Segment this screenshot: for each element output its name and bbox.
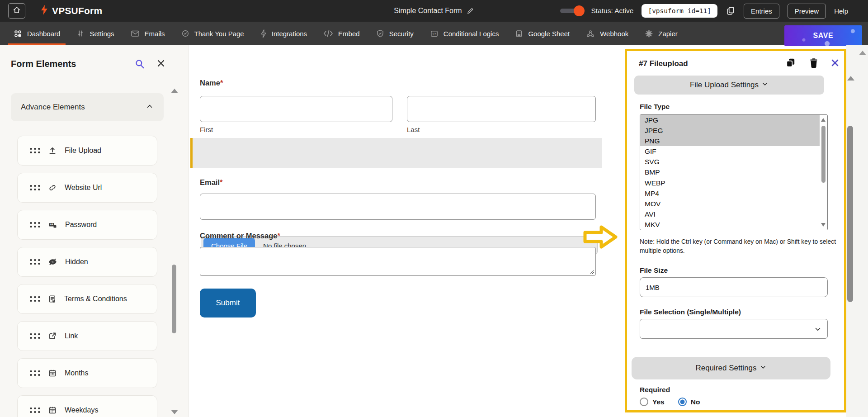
panel-title: #7 Fileupload — [639, 59, 688, 68]
radio-button[interactable] — [678, 398, 687, 406]
top-header: VPSUForm Simple Contact Form Status: Act… — [0, 0, 868, 22]
required-settings-header[interactable]: Required Settings — [632, 357, 830, 379]
required-asterisk: * — [277, 232, 280, 240]
entries-button[interactable]: Entries — [744, 4, 779, 19]
radio-option[interactable]: No — [678, 398, 700, 406]
home-button[interactable] — [8, 3, 25, 19]
nav-tab[interactable]: Integrations — [260, 22, 307, 45]
element-card[interactable]: Hidden — [17, 247, 157, 277]
element-card[interactable]: Website Url — [17, 173, 157, 203]
nav-tab-label: Dashboard — [27, 30, 60, 38]
file-size-input[interactable] — [640, 277, 828, 297]
drag-handle-icon[interactable] — [30, 370, 40, 376]
sidebar-scrollbar-thumb[interactable] — [172, 265, 176, 333]
file-type-option[interactable]: JPG — [640, 115, 820, 125]
nav-tab[interactable]: Settings — [76, 22, 114, 45]
drag-handle-icon[interactable] — [30, 148, 40, 154]
drag-handle-icon[interactable] — [30, 185, 40, 191]
drag-handle-icon[interactable] — [30, 408, 40, 413]
nav-tab[interactable]: Security — [376, 22, 414, 45]
element-card[interactable]: Months — [17, 358, 157, 388]
nav-tab-label: Embed — [338, 30, 360, 38]
status-label: Status: Active — [591, 7, 633, 15]
file-type-option[interactable]: AVI — [640, 209, 820, 219]
radio-label: No — [691, 398, 700, 406]
submit-button[interactable]: Submit — [200, 289, 256, 317]
drag-handle-icon[interactable] — [30, 222, 40, 228]
file-selection-dropdown[interactable] — [640, 319, 828, 339]
resize-grip-icon[interactable] — [590, 270, 594, 274]
nav-tab[interactable]: Zapier — [645, 22, 678, 45]
file-type-option[interactable]: MOV — [640, 199, 820, 209]
drag-handle-icon[interactable] — [30, 296, 40, 302]
file-type-option[interactable]: JPEG — [640, 125, 820, 136]
radio-button[interactable] — [640, 398, 648, 406]
panel-scrollbar-thumb[interactable] — [847, 126, 853, 302]
nav-tab[interactable]: Google Sheet — [515, 22, 570, 45]
file-type-option[interactable]: MP4 — [640, 188, 820, 199]
list-scrollbar[interactable] — [820, 115, 827, 230]
message-textarea[interactable] — [200, 247, 596, 276]
file-type-option[interactable]: PNG — [640, 136, 820, 146]
chevron-down-icon — [760, 364, 767, 373]
save-button[interactable]: SAVE — [784, 25, 862, 46]
help-link[interactable]: Help — [834, 7, 848, 15]
chain-icon — [48, 183, 57, 192]
email-input[interactable] — [200, 194, 596, 220]
page-scroll-up-arrow[interactable] — [859, 51, 866, 55]
svg-text:**: ** — [50, 223, 54, 227]
home-icon — [12, 5, 21, 16]
external-icon — [48, 332, 57, 341]
last-name-input[interactable] — [407, 96, 596, 122]
file-upload-settings-header[interactable]: File Upload Settings — [634, 76, 824, 95]
file-type-option[interactable]: MKV — [640, 219, 820, 230]
file-upload-field-selected[interactable]: Choose File No file chosen — [190, 138, 602, 168]
nav-tab[interactable]: Dashboard — [14, 22, 60, 45]
search-icon[interactable] — [134, 58, 146, 70]
list-scrollbar-thumb[interactable] — [821, 126, 826, 183]
nav-tab-label: Thank You Page — [194, 30, 244, 38]
nav-tab-label: Security — [389, 30, 414, 38]
element-label: Password — [65, 221, 97, 229]
nav-tab[interactable]: if Conditional Logics — [430, 22, 499, 45]
element-card[interactable]: Link — [17, 321, 157, 351]
list-scroll-up-arrow[interactable] — [821, 118, 826, 122]
sidebar-scroll-down-arrow[interactable] — [171, 410, 178, 414]
drag-handle-icon[interactable] — [30, 333, 40, 339]
advance-elements-section[interactable]: Advance Elements — [11, 93, 164, 121]
sidebar-scroll-up-arrow[interactable] — [171, 89, 178, 93]
preview-button[interactable]: Preview — [788, 4, 826, 19]
shield-icon — [376, 29, 384, 38]
first-name-input[interactable] — [200, 96, 392, 122]
duplicate-field-icon[interactable] — [785, 57, 796, 70]
file-type-option[interactable]: GIF — [640, 146, 820, 156]
nav-tab[interactable]: Webhook — [586, 22, 628, 45]
element-card[interactable]: Weekdays — [17, 395, 157, 417]
radio-option[interactable]: Yes — [640, 398, 665, 406]
close-sidebar-icon[interactable] — [156, 58, 166, 69]
dashboard-icon — [14, 29, 22, 38]
copy-shortcode-button[interactable] — [726, 6, 736, 16]
file-type-option[interactable]: WEBP — [640, 178, 820, 188]
element-card[interactable]: ** Password — [17, 210, 157, 240]
close-panel-icon[interactable] — [830, 57, 840, 70]
eyeoff-icon — [48, 257, 57, 266]
required-asterisk: * — [220, 79, 223, 87]
panel-scroll-up-arrow[interactable] — [847, 76, 854, 81]
nav-tab-label: Zapier — [658, 30, 678, 38]
delete-field-icon[interactable] — [809, 57, 819, 70]
nav-tab[interactable]: Emails — [131, 22, 165, 45]
doc-icon — [48, 294, 57, 303]
file-type-option[interactable]: BMP — [640, 167, 820, 177]
nav-tab[interactable]: Embed — [323, 22, 360, 45]
element-card[interactable]: File Upload — [17, 136, 157, 166]
file-type-multiselect[interactable]: JPGJPEGPNGGIFSVGBMPWEBPMP4MOVAVIMKV — [640, 114, 828, 230]
status-toggle[interactable] — [560, 9, 583, 13]
list-scroll-down-arrow[interactable] — [821, 223, 826, 227]
edit-title-button[interactable] — [467, 7, 474, 15]
file-type-option[interactable]: SVG — [640, 156, 820, 167]
drag-handle-icon[interactable] — [30, 259, 40, 265]
last-sublabel: Last — [407, 126, 420, 133]
nav-tab[interactable]: Thank You Page — [181, 22, 244, 45]
element-card[interactable]: Terms & Conditions — [17, 284, 157, 314]
